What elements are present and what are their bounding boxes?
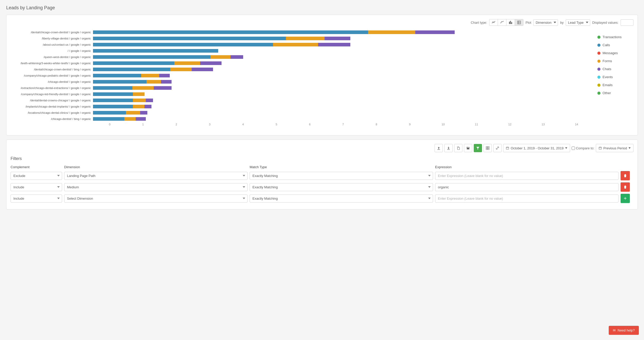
compare-label: Compare to: [576,146,595,150]
bar-label: /chicago-dentist/ / google / organic [11,80,93,83]
bar-segment [147,80,161,84]
chart-section: Chart type: Plot Dimension [6,15,638,135]
bar-label: /teeth-whitening/3-weeks-whiter-teeth/ /… [11,62,93,65]
bar-segment [132,86,154,90]
bar-segment [124,117,136,121]
dimension-select[interactable]: Landing Page PathMediumSelect DimensionS… [64,195,248,203]
x-tick: 0 [93,123,126,126]
bar-label: /dental/chicago-crown-dentist/ / google … [11,31,93,34]
bar-segment [93,117,124,121]
chart-type-table[interactable] [515,19,523,26]
bar-segment [161,80,172,84]
complement-select[interactable]: ExcludeInclude [11,172,62,180]
by-select[interactable]: Lead Type [566,19,590,26]
legend-item: Transactions [597,35,633,39]
delete-filter-btn[interactable] [621,182,630,192]
bar-container [93,80,593,84]
copy-btn[interactable] [454,144,462,152]
svg-rect-3 [518,21,521,24]
filter-btn[interactable] [474,144,482,152]
bar-label: /dental/dental-crowns-chicago/ / google … [11,99,93,102]
bar-segment [133,92,144,96]
complement-select[interactable]: ExcludeInclude [11,195,62,203]
svg-rect-2 [511,22,512,24]
bar-segment [192,68,213,71]
bar-segment [141,74,159,77]
expression-input[interactable] [435,195,618,203]
dimension-select[interactable]: Landing Page PathMediumSelect DimensionS… [64,183,248,191]
bar-container [93,49,593,53]
grid-btn[interactable] [484,144,492,152]
bar-row: /queen-west-dentist / google / organic [11,55,593,59]
bar-row: /company/chicago-pediatric-dentist/ / go… [11,73,593,78]
bar-segment [415,30,455,34]
bar-container [93,105,593,108]
plot-label: Plot [526,21,531,25]
expression-input[interactable] [435,172,618,180]
date-range-btn[interactable]: October 1, 2019 - October 31, 2019 [503,144,570,152]
bar-segment [126,111,140,115]
save-btn[interactable] [464,144,472,152]
x-tick: 12 [493,123,526,126]
bar-segment [368,30,415,34]
bar-segment [318,43,350,46]
match-type-header: Match Type [250,165,433,169]
legend-dot [597,36,600,39]
legend-item: Forms [597,59,633,63]
filters-header: Complement Dimension Match Type Expressi… [11,165,633,169]
dimension-select[interactable]: Landing Page PathMediumSelect DimensionS… [64,172,248,180]
bar-container [93,111,593,115]
bar-segment [200,61,222,65]
plot-select[interactable]: Dimension [533,19,558,26]
bar-label: /dental/chicago-crown-dentist/ / bing / … [11,68,93,71]
bar-chart: /dental/chicago-crown-dentist/ / google … [11,30,593,131]
chart-type-line[interactable] [489,19,498,26]
chart-type-bar[interactable] [506,19,515,26]
legend-dot [597,60,600,63]
match-type-select[interactable]: Exactly MatchingContainsStarts WithEnds … [250,195,433,203]
svg-rect-18 [488,148,489,150]
expression-input[interactable] [435,183,618,191]
legend-item: Events [597,75,633,79]
complement-header: Complement [11,165,62,169]
bar-segment [174,61,200,65]
dimension-header: Dimension [64,165,248,169]
upload-btn[interactable] [435,144,443,152]
bar-container [93,61,593,65]
add-filter-btn[interactable]: + [621,194,630,203]
displayed-values-input[interactable]: 15 [621,19,633,26]
bar-segment [154,86,172,90]
bar-container [93,92,593,96]
compare-period-btn[interactable]: Previous Period [596,144,633,152]
chart-area: /dental/chicago-crown-dentist/ / google … [11,30,593,131]
bar-segment [273,43,318,46]
x-tick: 7 [326,123,360,126]
match-type-select[interactable]: Exactly MatchingContainsStarts WithEnds … [250,172,433,180]
link-btn[interactable] [493,144,502,152]
need-help-btn[interactable]: ✉ Need help? [609,326,639,335]
compare-checkbox[interactable] [572,147,575,150]
bar-label: /company/chicago-kid-friendly-dentist/ /… [11,93,93,96]
chart-type-curve[interactable] [498,19,506,26]
bar-row: /dental/chicago-crown-dentist/ / google … [11,30,593,35]
bar-container [93,68,593,71]
chart-toolbar: Chart type: Plot Dimension [11,19,633,26]
delete-filter-btn[interactable] [621,171,630,180]
complement-select[interactable]: ExcludeInclude [11,183,62,191]
bar-label: /about-us/contact-us / google / organic [11,43,93,46]
legend-label: Events [603,75,613,79]
bar-container [93,86,593,90]
filters-title: Filters [11,156,633,161]
download-btn[interactable] [444,144,453,152]
filters-section: October 1, 2019 - October 31, 2019 Compa… [6,140,638,209]
bar-segment [93,30,368,34]
need-help-icon: ✉ [613,328,616,332]
bar-container [93,117,593,121]
svg-rect-8 [438,148,439,149]
x-tick: 2 [160,123,193,126]
bar-segment [93,55,210,59]
expression-header: Expression [435,165,618,169]
legend-dot [597,44,600,47]
by-label: by [560,21,564,25]
match-type-select[interactable]: Exactly MatchingContainsStarts WithEnds … [250,183,433,191]
